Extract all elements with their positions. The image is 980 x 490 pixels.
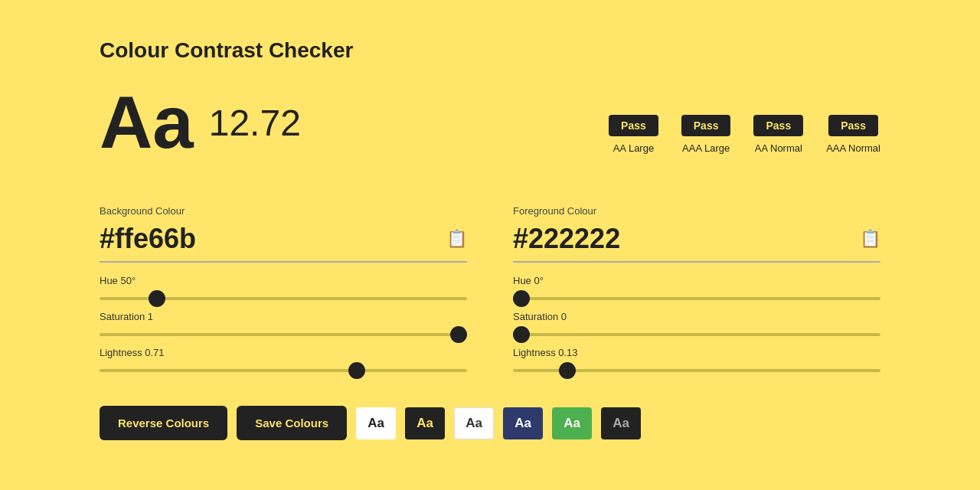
- background-lightness-label: Lightness 0.71: [100, 347, 467, 358]
- background-hue-group: Hue 50°: [100, 275, 467, 303]
- background-saturation-label: Saturation 1: [100, 311, 467, 322]
- badge-group-aaa-large: PassAAA Large: [681, 115, 731, 154]
- badge-label-aaa-large: AAA Large: [682, 142, 730, 154]
- buttons-row: Reverse Colours Save Colours Aa Aa Aa Aa…: [100, 406, 880, 440]
- background-value-row: #ffe66b 📋: [100, 223, 467, 263]
- foreground-saturation-label: Saturation 0: [513, 311, 880, 322]
- badge-group-aaa-normal: PassAAA Normal: [826, 115, 880, 154]
- top-row: Aa 12.72 PassAA LargePassAAA LargePassAA…: [100, 86, 880, 182]
- main-container: Colour Contrast Checker Aa 12.72 PassAA …: [0, 0, 980, 479]
- foreground-clipboard-icon[interactable]: 📋: [860, 229, 880, 249]
- background-saturation-slider[interactable]: [100, 333, 467, 336]
- sample-box-4[interactable]: Aa: [503, 407, 543, 439]
- foreground-value-row: #222222 📋: [513, 223, 880, 263]
- background-clipboard-icon[interactable]: 📋: [446, 229, 467, 249]
- preview-section: Aa 12.72: [100, 86, 301, 159]
- background-label: Background Colour: [100, 205, 467, 217]
- foreground-hue-group: Hue 0°: [513, 275, 880, 303]
- badge-aa-normal: Pass: [753, 115, 803, 136]
- badge-label-aa-large: AA Large: [613, 142, 655, 154]
- foreground-saturation-group: Saturation 0: [513, 311, 880, 339]
- foreground-lightness-label: Lightness 0.13: [513, 347, 880, 358]
- save-colours-button[interactable]: Save Colours: [237, 406, 347, 440]
- background-saturation-group: Saturation 1: [100, 311, 467, 339]
- foreground-hue-slider[interactable]: [513, 297, 880, 300]
- badge-group-aa-large: PassAA Large: [609, 115, 658, 154]
- background-hex: #ffe66b: [100, 223, 196, 255]
- contrast-ratio: 12.72: [209, 102, 301, 144]
- badge-label-aaa-normal: AAA Normal: [826, 142, 880, 154]
- background-lightness-group: Lightness 0.71: [100, 347, 467, 375]
- badge-aa-large: Pass: [609, 115, 658, 136]
- background-column: Background Colour #ffe66b 📋 Hue 50° Satu…: [100, 205, 467, 383]
- reverse-colours-button[interactable]: Reverse Colours: [100, 406, 227, 440]
- background-hue-label: Hue 50°: [100, 275, 467, 286]
- sample-box-6[interactable]: Aa: [601, 407, 641, 439]
- badge-aaa-normal: Pass: [828, 115, 878, 136]
- sample-box-2[interactable]: Aa: [405, 407, 445, 439]
- badge-aaa-large: Pass: [681, 115, 731, 136]
- foreground-hue-label: Hue 0°: [513, 275, 880, 286]
- sample-box-5[interactable]: Aa: [552, 407, 592, 439]
- preview-text: Aa: [100, 86, 194, 159]
- page-title: Colour Contrast Checker: [100, 38, 880, 63]
- colors-section: Background Colour #ffe66b 📋 Hue 50° Satu…: [100, 205, 880, 383]
- foreground-column: Foreground Colour #222222 📋 Hue 0° Satur…: [513, 205, 880, 383]
- foreground-saturation-slider[interactable]: [513, 333, 880, 336]
- sample-box-3[interactable]: Aa: [454, 407, 494, 439]
- badge-label-aa-normal: AA Normal: [755, 142, 802, 154]
- foreground-hex: #222222: [513, 223, 620, 255]
- background-hue-slider[interactable]: [100, 297, 467, 300]
- foreground-label: Foreground Colour: [513, 205, 880, 217]
- badge-group-aa-normal: PassAA Normal: [753, 115, 803, 154]
- background-lightness-slider[interactable]: [100, 369, 467, 372]
- foreground-lightness-group: Lightness 0.13: [513, 347, 880, 375]
- foreground-lightness-slider[interactable]: [513, 369, 880, 372]
- badges-section: PassAA LargePassAAA LargePassAA NormalPa…: [609, 115, 880, 154]
- sample-box-1[interactable]: Aa: [356, 407, 396, 439]
